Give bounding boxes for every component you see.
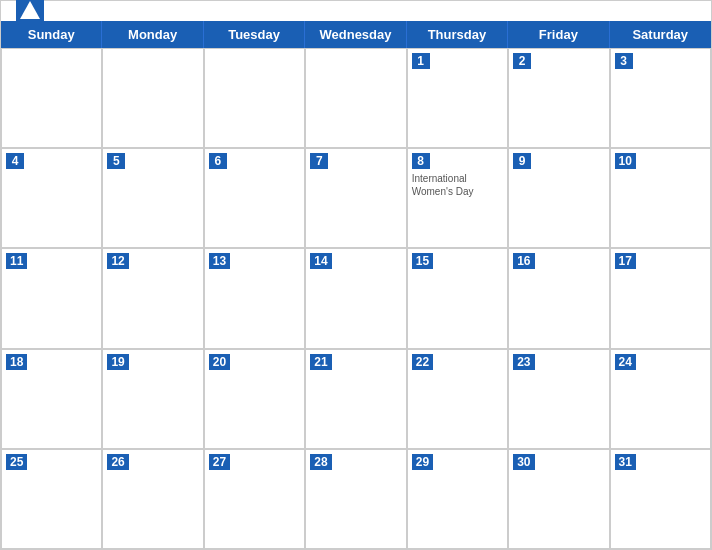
logo-area — [16, 0, 48, 25]
calendar-day-12: 12 — [102, 248, 203, 348]
day-header-saturday: Saturday — [610, 21, 711, 48]
date-number: 3 — [615, 53, 633, 69]
calendar-day-29: 29 — [407, 449, 508, 549]
event-label: International Women's Day — [412, 172, 503, 198]
date-number: 10 — [615, 153, 636, 169]
calendar-day-9: 9 — [508, 148, 609, 248]
day-header-wednesday: Wednesday — [305, 21, 406, 48]
calendar-day-20: 20 — [204, 349, 305, 449]
day-header-friday: Friday — [508, 21, 609, 48]
day-header-tuesday: Tuesday — [204, 21, 305, 48]
day-header-sunday: Sunday — [1, 21, 102, 48]
day-header-monday: Monday — [102, 21, 203, 48]
calendar-day-15: 15 — [407, 248, 508, 348]
date-number: 19 — [107, 354, 128, 370]
calendar-day-21: 21 — [305, 349, 406, 449]
date-number: 12 — [107, 253, 128, 269]
calendar-day-28: 28 — [305, 449, 406, 549]
date-number: 4 — [6, 153, 24, 169]
calendar-day-18: 18 — [1, 349, 102, 449]
date-number: 11 — [6, 253, 27, 269]
calendar-day-1: 1 — [407, 48, 508, 148]
calendar-day-24: 24 — [610, 349, 711, 449]
date-number: 7 — [310, 153, 328, 169]
date-number: 21 — [310, 354, 331, 370]
calendar-day-13: 13 — [204, 248, 305, 348]
date-number: 8 — [412, 153, 430, 169]
date-number: 28 — [310, 454, 331, 470]
date-number: 22 — [412, 354, 433, 370]
date-number: 15 — [412, 253, 433, 269]
date-number: 30 — [513, 454, 534, 470]
empty-cell — [102, 48, 203, 148]
date-number: 31 — [615, 454, 636, 470]
date-number: 14 — [310, 253, 331, 269]
calendar-day-8: 8International Women's Day — [407, 148, 508, 248]
calendar-day-22: 22 — [407, 349, 508, 449]
date-number: 23 — [513, 354, 534, 370]
date-number: 16 — [513, 253, 534, 269]
calendar-day-7: 7 — [305, 148, 406, 248]
day-header-thursday: Thursday — [407, 21, 508, 48]
day-headers: Sunday Monday Tuesday Wednesday Thursday… — [1, 21, 711, 48]
date-number: 9 — [513, 153, 531, 169]
date-number: 24 — [615, 354, 636, 370]
calendar-day-6: 6 — [204, 148, 305, 248]
date-number: 20 — [209, 354, 230, 370]
calendar-day-16: 16 — [508, 248, 609, 348]
calendar-day-4: 4 — [1, 148, 102, 248]
calendar-day-26: 26 — [102, 449, 203, 549]
calendar-day-27: 27 — [204, 449, 305, 549]
calendar-container: Sunday Monday Tuesday Wednesday Thursday… — [0, 0, 712, 550]
date-number: 1 — [412, 53, 430, 69]
empty-cell — [204, 48, 305, 148]
calendar-day-31: 31 — [610, 449, 711, 549]
date-number: 2 — [513, 53, 531, 69]
calendar-day-19: 19 — [102, 349, 203, 449]
date-number: 27 — [209, 454, 230, 470]
calendar-day-14: 14 — [305, 248, 406, 348]
calendar-day-30: 30 — [508, 449, 609, 549]
date-number: 25 — [6, 454, 27, 470]
calendar-day-3: 3 — [610, 48, 711, 148]
generalblue-logo-icon — [16, 0, 44, 25]
date-number: 5 — [107, 153, 125, 169]
calendar-day-11: 11 — [1, 248, 102, 348]
calendar-day-2: 2 — [508, 48, 609, 148]
calendar-day-23: 23 — [508, 349, 609, 449]
calendar-day-10: 10 — [610, 148, 711, 248]
empty-cell — [305, 48, 406, 148]
date-number: 17 — [615, 253, 636, 269]
date-number: 18 — [6, 354, 27, 370]
calendar-grid: 12345678International Women's Day9101112… — [1, 48, 711, 549]
date-number: 6 — [209, 153, 227, 169]
date-number: 29 — [412, 454, 433, 470]
calendar-day-5: 5 — [102, 148, 203, 248]
calendar-day-25: 25 — [1, 449, 102, 549]
date-number: 13 — [209, 253, 230, 269]
calendar-day-17: 17 — [610, 248, 711, 348]
calendar-header — [1, 1, 711, 21]
date-number: 26 — [107, 454, 128, 470]
empty-cell — [1, 48, 102, 148]
